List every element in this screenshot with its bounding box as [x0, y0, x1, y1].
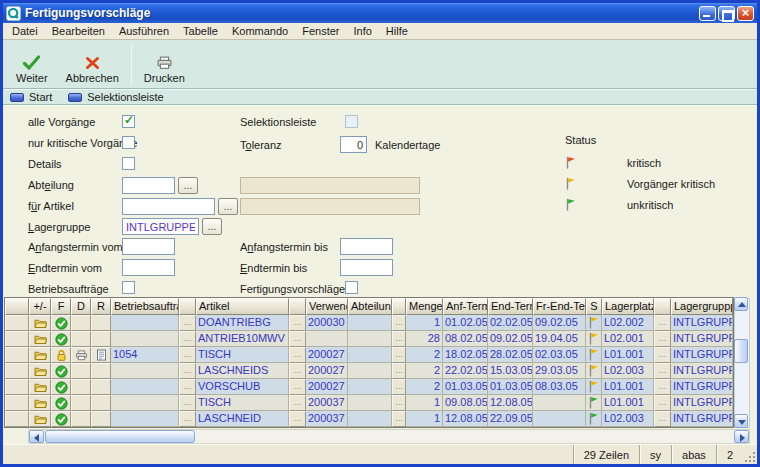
cell-lagerplatz[interactable]: L02.003 — [602, 411, 654, 427]
flag-yellow-icon[interactable] — [586, 347, 602, 363]
cell-lagergruppe[interactable]: INTLGRUPPE — [671, 331, 733, 347]
empty-icon-cell[interactable] — [91, 363, 111, 379]
empty-icon-cell[interactable] — [71, 315, 91, 331]
scroll-down-button[interactable] — [734, 414, 748, 428]
cell-end_term[interactable]: 15.03.05 — [488, 363, 533, 379]
column-header-R[interactable]: R — [91, 298, 111, 315]
lock-icon[interactable] — [51, 347, 71, 363]
ok-icon[interactable] — [51, 395, 71, 411]
menu-item-ausführen[interactable]: Ausführen — [112, 24, 176, 38]
cell-betriebsauftrag[interactable]: 1054 — [111, 347, 179, 363]
cell-anf_term[interactable]: 08.02.05 — [443, 331, 488, 347]
empty-icon-cell[interactable] — [91, 379, 111, 395]
cell-artikel[interactable]: DOANTRIEBG — [196, 315, 289, 331]
flag-green-icon[interactable] — [586, 411, 602, 427]
lookup-dots-cell[interactable]: ... — [179, 363, 196, 379]
cell-anf_term[interactable]: 12.08.05 — [443, 411, 488, 427]
selektionsleiste-checkbox[interactable] — [345, 115, 358, 128]
menu-item-tabelle[interactable]: Tabelle — [176, 24, 225, 38]
cell-menge[interactable]: 2 — [406, 379, 443, 395]
menu-item-fenster[interactable]: Fenster — [295, 24, 346, 38]
weiter-button[interactable]: Weiter — [7, 42, 57, 87]
endtermin-vom-input[interactable] — [122, 259, 175, 276]
cell-lagerplatz[interactable]: L02.001 — [602, 331, 654, 347]
menu-item-kommando[interactable]: Kommando — [225, 24, 295, 38]
cell-betriebsauftrag[interactable] — [111, 411, 179, 427]
cell-end_term[interactable]: 02.02.05 — [488, 315, 533, 331]
doc-icon[interactable] — [91, 347, 111, 363]
empty-icon-cell[interactable] — [71, 363, 91, 379]
cell-menge[interactable]: 1 — [406, 315, 443, 331]
cell-betriebsauftrag[interactable] — [111, 379, 179, 395]
menu-item-hilfe[interactable]: Hilfe — [379, 24, 415, 38]
fuer-artikel-lookup-button[interactable]: ... — [218, 198, 238, 215]
cell-anf_term[interactable]: 18.02.05 — [443, 347, 488, 363]
cell-fr_end_term[interactable]: 02.03.05 — [533, 347, 586, 363]
horizontal-scroll-thumb[interactable] — [45, 430, 195, 443]
fuer-artikel-input[interactable] — [122, 198, 215, 215]
column-header-Fr-End-Term[interactable]: Fr-End-Term — [533, 298, 586, 315]
cell-verwend[interactable]: 200037 — [306, 411, 348, 427]
empty-icon-cell[interactable] — [71, 411, 91, 427]
details-checkbox[interactable] — [122, 157, 135, 170]
anfangstermin-bis-input[interactable] — [340, 238, 393, 255]
cell-menge[interactable]: 1 — [406, 395, 443, 411]
cell-menge[interactable]: 2 — [406, 347, 443, 363]
column-header-+/-[interactable]: +/- — [29, 298, 51, 315]
cell-end_term[interactable]: 22.09.05 — [488, 411, 533, 427]
cell-verwend[interactable]: 200027 — [306, 379, 348, 395]
cell-abteilung[interactable] — [348, 395, 392, 411]
column-header-Lagerplatz[interactable]: Lagerplatz — [602, 298, 654, 315]
cell-betriebsauftrag[interactable] — [111, 395, 179, 411]
tab-selektionsleiste[interactable]: Selektionsleiste — [68, 91, 163, 103]
column-header-dots2[interactable] — [289, 298, 306, 315]
lookup-dots-cell[interactable]: ... — [392, 411, 406, 427]
cell-artikel[interactable]: ANTRIEB10MWV — [196, 331, 289, 347]
abbrechen-button[interactable]: Abbrechen — [57, 42, 128, 87]
anfangstermin-vom-input[interactable] — [122, 238, 175, 255]
flag-yellow-icon[interactable] — [586, 363, 602, 379]
lagergruppe-input[interactable] — [122, 218, 199, 235]
cell-abteilung[interactable] — [348, 363, 392, 379]
cell-artikel[interactable]: TISCH — [196, 347, 289, 363]
lookup-dots-cell[interactable]: ... — [392, 315, 406, 331]
fertigungsvorschlaege-checkbox[interactable] — [345, 281, 358, 294]
vertical-scroll-thumb[interactable] — [734, 339, 748, 363]
row-selector-cell[interactable] — [5, 395, 29, 411]
lookup-dots-cell[interactable]: ... — [289, 363, 306, 379]
column-header-Abteilung[interactable]: Abteilung — [348, 298, 392, 315]
abteilung-input[interactable] — [122, 177, 175, 194]
lagergruppe-lookup-button[interactable]: ... — [202, 218, 222, 235]
cell-abteilung[interactable] — [348, 411, 392, 427]
lookup-dots-cell[interactable]: ... — [179, 331, 196, 347]
column-header-End-Term[interactable]: End-Term — [488, 298, 533, 315]
cell-abteilung[interactable] — [348, 331, 392, 347]
column-header-sel[interactable] — [5, 298, 29, 315]
lookup-dots-cell[interactable]: ... — [179, 395, 196, 411]
cell-anf_term[interactable]: 01.02.05 — [443, 315, 488, 331]
ok-icon[interactable] — [51, 379, 71, 395]
horizontal-scrollbar[interactable] — [28, 429, 750, 444]
nur-kritische-checkbox[interactable] — [122, 136, 135, 149]
cell-lagergruppe[interactable]: INTLGRUPPE — [671, 347, 733, 363]
minimize-button[interactable] — [699, 6, 716, 21]
lookup-dots-cell[interactable]: ... — [289, 395, 306, 411]
lookup-dots-cell[interactable]: ... — [654, 411, 671, 427]
flag-yellow-icon[interactable] — [586, 379, 602, 395]
lookup-dots-cell[interactable]: ... — [289, 347, 306, 363]
cell-menge[interactable]: 28 — [406, 331, 443, 347]
lookup-dots-cell[interactable]: ... — [179, 411, 196, 427]
cell-betriebsauftrag[interactable] — [111, 315, 179, 331]
lookup-dots-cell[interactable]: ... — [289, 331, 306, 347]
cell-lagergruppe[interactable]: INTLGRUPPE — [671, 395, 733, 411]
lookup-dots-cell[interactable]: ... — [392, 363, 406, 379]
lookup-dots-cell[interactable]: ... — [392, 379, 406, 395]
cell-betriebsauftrag[interactable] — [111, 363, 179, 379]
scroll-up-button[interactable] — [734, 297, 748, 311]
column-header-Artikel[interactable]: Artikel — [196, 298, 289, 315]
alle-vorgaenge-checkbox[interactable] — [122, 115, 135, 128]
cell-abteilung[interactable] — [348, 315, 392, 331]
scroll-right-button[interactable] — [734, 430, 749, 443]
cell-fr_end_term[interactable]: 08.03.05 — [533, 379, 586, 395]
cell-menge[interactable]: 1 — [406, 411, 443, 427]
